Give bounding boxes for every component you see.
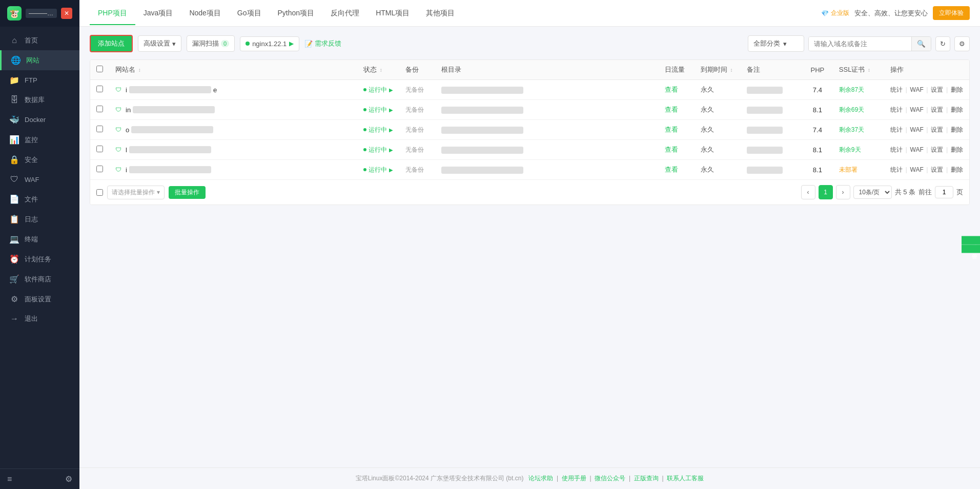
try-button[interactable]: 立即体验 [933,6,970,20]
top-right-info: 💎 企业版 安全、高效、让您更安心 立即体验 [821,6,970,20]
customer-service-button[interactable]: 客服 [962,236,980,245]
status-badge: 运行中 ▶ [363,166,393,174]
status-badge: 运行中 ▶ [363,106,393,114]
settings-link[interactable]: 设置 [931,106,943,113]
row-checkbox[interactable] [96,106,103,112]
tab-html[interactable]: HTML项目 [368,2,418,25]
sidebar-item-terminal[interactable]: 💻 终端 [0,229,79,249]
delete-link[interactable]: 删除 [951,146,963,153]
traffic-link[interactable]: 查看 [665,126,678,133]
settings-link[interactable]: 设置 [931,126,943,133]
advanced-settings-button[interactable]: 高级设置 ▾ [138,35,181,52]
current-page-button[interactable]: 1 [819,185,833,199]
traffic-link[interactable]: 查看 [665,106,678,113]
tab-python[interactable]: Python项目 [270,2,323,25]
batch-button[interactable]: 批量操作 [169,186,206,199]
footer-link-forum[interactable]: 论坛求助 [528,475,553,482]
batch-checkbox[interactable] [96,189,103,196]
sidebar-item-waf[interactable]: 🛡 WAF [0,170,79,189]
stats-link[interactable]: 统计 [890,106,903,113]
footer-link-manual[interactable]: 使用手册 [562,475,586,482]
ssl-status: 未部署 [839,166,858,173]
sidebar-item-home[interactable]: ⌂ 首页 [0,31,79,50]
tab-other[interactable]: 其他项目 [418,2,463,25]
col-header-backup: 备份 [399,60,435,80]
pagination-bar: 请选择批量操作 ▾ 批量操作 ‹ 1 › 10条/页 20条/页 50条/页 共… [90,179,969,205]
top-tabs: PHP项目 Java项目 Node项目 Go项目 Python项目 反向代理 H… [79,0,980,27]
ftp-icon: 📁 [9,75,19,85]
sidebar-item-store[interactable]: 🛒 软件商店 [0,269,79,289]
row-checkbox[interactable] [96,126,103,132]
next-page-button[interactable]: › [836,185,850,199]
sidebar-item-website[interactable]: 🌐 网站 [0,50,79,70]
search-input[interactable] [809,37,911,51]
stats-link[interactable]: 统计 [890,86,903,93]
goto-input[interactable] [935,186,953,198]
sidebar-item-log[interactable]: 📋 日志 [0,209,79,229]
traffic-link[interactable]: 查看 [665,146,678,153]
search-box: 🔍 [808,36,931,51]
delete-link[interactable]: 删除 [951,166,963,173]
sidebar-item-database[interactable]: 🗄 数据库 [0,90,79,110]
waf-icon: 🛡 [9,175,19,184]
tab-reverse[interactable]: 反向代理 [322,2,368,25]
sidebar-item-panel[interactable]: ⚙ 面板设置 [0,289,79,309]
tab-java[interactable]: Java项目 [135,2,181,25]
row-checkbox[interactable] [96,86,103,92]
select-all-checkbox[interactable] [96,66,103,72]
footer-link-wechat[interactable]: 微信公众号 [595,475,625,482]
website-icon: 🌐 [11,55,21,65]
status-badge: 运行中 ▶ [363,86,393,94]
stats-link[interactable]: 统计 [890,126,903,133]
row-checkbox[interactable] [96,146,103,152]
category-select[interactable]: 全部分类 ▾ [748,35,804,52]
sidebar-item-ftp[interactable]: 📁 FTP [0,70,79,90]
delete-link[interactable]: 删除 [951,86,963,93]
sidebar-item-security[interactable]: 🔒 安全 [0,150,79,170]
prev-page-button[interactable]: ‹ [801,185,815,199]
tab-php[interactable]: PHP项目 [90,2,135,25]
waf-link[interactable]: WAF [910,146,924,153]
waf-link[interactable]: WAF [910,86,924,93]
waf-link[interactable]: WAF [910,166,924,173]
footer-link-support[interactable]: 联系人工客服 [667,475,704,482]
footer-link-verify[interactable]: 正版查询 [634,475,659,482]
traffic-link[interactable]: 查看 [665,86,678,93]
col-header-traffic: 日流量 [659,60,695,80]
stats-link[interactable]: 统计 [890,166,903,173]
delete-link[interactable]: 删除 [951,126,963,133]
rating-button[interactable]: 评价 [962,245,980,253]
nginx-button[interactable]: nginx1.22.1 ▶ [240,36,299,51]
traffic-link[interactable]: 查看 [665,166,678,173]
scan-button[interactable]: 漏洞扫描 0 [187,35,235,52]
feedback-button[interactable]: 📝 需求反馈 [304,39,341,48]
root-path [441,167,523,174]
settings-link[interactable]: 设置 [931,166,943,173]
sidebar-item-file[interactable]: 📄 文件 [0,189,79,209]
menu-icon[interactable]: ≡ [7,475,12,484]
sidebar-item-cron[interactable]: ⏰ 计划任务 [0,249,79,269]
stats-link[interactable]: 统计 [890,146,903,153]
sidebar-item-monitor[interactable]: 📊 监控 [0,130,79,150]
column-settings-button[interactable]: ⚙ [954,36,970,51]
per-page-select[interactable]: 10条/页 20条/页 50条/页 [853,186,892,199]
tab-node[interactable]: Node项目 [181,2,229,25]
tab-go[interactable]: Go项目 [229,2,270,25]
add-site-button[interactable]: 添加站点 [90,35,133,52]
settings-link[interactable]: 设置 [931,86,943,93]
waf-link[interactable]: WAF [910,106,924,113]
pagination-right: ‹ 1 › 10条/页 20条/页 50条/页 共 5 条 前往 页 [801,185,963,199]
delete-link[interactable]: 删除 [951,106,963,113]
settings-link[interactable]: 设置 [931,146,943,153]
row-checkbox[interactable] [96,166,103,172]
search-button[interactable]: 🔍 [911,37,931,51]
goto-label: 前往 [918,188,932,197]
sidebar-item-exit[interactable]: → 退出 [0,309,79,329]
close-icon[interactable]: ✕ [61,8,72,19]
sidebar-item-docker[interactable]: 🐳 Docker [0,110,79,130]
waf-link[interactable]: WAF [910,126,924,133]
site-name-cell: 🛡 i e [115,86,351,94]
refresh-button[interactable]: ↻ [935,36,950,51]
settings-icon[interactable]: ⚙ [65,474,72,484]
batch-select[interactable]: 请选择批量操作 ▾ [107,186,165,199]
